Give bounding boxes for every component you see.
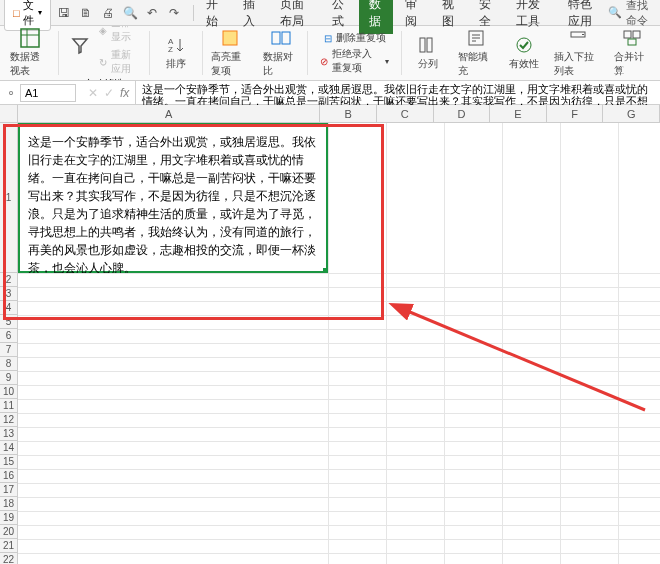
reapply-button[interactable]: ↻重新应用 <box>95 47 138 77</box>
reject-dup-button[interactable]: ⊘拒绝录入重复项▾ <box>316 46 394 76</box>
row-header[interactable]: 4 <box>0 301 18 315</box>
print-icon[interactable]: 🖨 <box>101 6 115 20</box>
grid[interactable]: 这是一个安静季节，适合外出观赏，或独居遐思。我依旧行走在文字的江湖里，用文字堆积… <box>18 123 660 564</box>
tab-developer[interactable]: 开发工具 <box>506 0 556 34</box>
row-header[interactable]: 22 <box>0 553 18 564</box>
formula-bar: ⚬ ✕ ✓ fx 这是一个安静季节，适合外出观赏，或独居遐思。我依旧行走在文字的… <box>0 81 660 105</box>
column-header[interactable]: B <box>320 105 377 123</box>
funnel-icon <box>71 36 89 56</box>
row-header[interactable]: 8 <box>0 357 18 371</box>
search-commands[interactable]: 🔍 查找命令 <box>608 0 656 28</box>
name-box[interactable] <box>20 84 76 102</box>
column-header[interactable]: G <box>603 105 660 123</box>
separator <box>401 31 402 75</box>
row-header[interactable]: 19 <box>0 511 18 525</box>
column-header[interactable]: C <box>377 105 434 123</box>
dropdown-icon: ▾ <box>38 8 42 17</box>
svg-rect-6 <box>272 32 280 44</box>
search-icon: 🔍 <box>608 6 622 19</box>
row-header[interactable]: 7 <box>0 343 18 357</box>
row-header[interactable]: 16 <box>0 469 18 483</box>
file-menu-button[interactable]: □ 文件 ▾ <box>4 0 51 31</box>
sort-label: 排序 <box>166 57 186 71</box>
column-header[interactable]: E <box>490 105 547 123</box>
row-header[interactable]: 3 <box>0 287 18 301</box>
column-headers: ABCDEFG <box>18 105 660 123</box>
svg-text:Z: Z <box>168 45 173 54</box>
quick-access-toolbar: 🖫 🗎 🖨 🔍 ↶ ↷ <box>57 6 181 20</box>
row-header[interactable]: 20 <box>0 525 18 539</box>
svg-rect-0 <box>21 29 39 47</box>
row-header[interactable]: 15 <box>0 455 18 469</box>
validity-label: 有效性 <box>509 57 539 71</box>
text-to-cols-icon <box>418 35 438 55</box>
row-header[interactable]: 14 <box>0 441 18 455</box>
svg-rect-14 <box>633 31 640 38</box>
reapply-icon: ↻ <box>99 57 107 68</box>
row-header[interactable]: 13 <box>0 427 18 441</box>
validity-button[interactable]: 有效性 <box>502 35 546 71</box>
show-all-icon: ◈ <box>99 26 107 36</box>
cell-a1-text: 这是一个安静季节，适合外出观赏，或独居遐思。我依旧行走在文字的江湖里，用文字堆积… <box>28 135 316 275</box>
column-header[interactable]: F <box>547 105 604 123</box>
sort-button[interactable]: AZ 排序 <box>154 35 198 71</box>
smart-fill-icon <box>466 28 486 48</box>
row-header[interactable]: 2 <box>0 273 18 287</box>
row-header[interactable]: 21 <box>0 539 18 553</box>
search-label: 查找命令 <box>626 0 656 28</box>
undo-icon[interactable]: ↶ <box>145 6 159 20</box>
row-headers: 1234567891011121314151617181920212223242… <box>0 123 18 564</box>
column-header[interactable]: A <box>18 105 320 123</box>
svg-rect-7 <box>282 32 290 44</box>
save-as-icon[interactable]: 🗎 <box>79 6 93 20</box>
namebox-icon: ⚬ <box>6 86 16 100</box>
delete-dup-button[interactable]: ⊟删除重复项 <box>320 30 390 46</box>
filter-button[interactable]: ◈全部显示 ↻重新应用 <box>67 26 142 77</box>
confirm-icon[interactable]: ✓ <box>104 86 114 100</box>
highlight-dup-button[interactable]: 高亮重复项 <box>207 28 255 78</box>
pivot-table-button[interactable]: 数据透视表 <box>6 28 54 78</box>
data-compare-button[interactable]: 数据对比 <box>259 28 303 78</box>
dropdown-list-icon <box>568 28 588 48</box>
text-to-columns-button[interactable]: 分列 <box>406 35 450 71</box>
show-all-button[interactable]: ◈全部显示 <box>95 26 138 45</box>
wps-logo-icon: □ <box>13 7 20 19</box>
ribbon: 数据透视表 ◈全部显示 ↻重新应用 自动筛选 AZ 排序 高亮重复项 数据对比 … <box>0 26 660 81</box>
save-icon[interactable]: 🖫 <box>57 6 71 20</box>
smart-fill-button[interactable]: 智能填充 <box>454 28 498 78</box>
row-header[interactable]: 1 <box>0 123 18 273</box>
formula-content[interactable]: 这是一个安静季节，适合外出观赏，或独居遐思。我依旧行走在文字的江湖里，用文字堆积… <box>135 81 660 105</box>
consolidate-label: 合并计算 <box>614 50 650 78</box>
highlight-dup-icon <box>221 28 241 48</box>
column-header[interactable]: D <box>434 105 491 123</box>
pivot-table-icon <box>20 28 40 48</box>
row-header[interactable]: 17 <box>0 483 18 497</box>
pivot-label: 数据透视表 <box>10 50 50 78</box>
row-header[interactable]: 9 <box>0 371 18 385</box>
dup-group: ⊟删除重复项 ⊘拒绝录入重复项▾ <box>312 26 398 80</box>
insert-dropdown-button[interactable]: 插入下拉列表 <box>550 28 606 78</box>
menubar: □ 文件 ▾ 🖫 🗎 🖨 🔍 ↶ ↷ 开始 插入 页面布局 公式 数据 审阅 视… <box>0 0 660 26</box>
separator <box>202 31 203 75</box>
row-header[interactable]: 6 <box>0 329 18 343</box>
consolidate-button[interactable]: 合并计算 <box>610 28 654 78</box>
row-header[interactable]: 18 <box>0 497 18 511</box>
redo-icon[interactable]: ↷ <box>167 6 181 20</box>
cell-a1[interactable]: 这是一个安静季节，适合外出观赏，或独居遐思。我依旧行走在文字的江湖里，用文字堆积… <box>18 123 328 273</box>
select-all-corner[interactable] <box>0 105 18 123</box>
text-to-cols-label: 分列 <box>418 57 438 71</box>
row-header[interactable]: 5 <box>0 315 18 329</box>
tab-review[interactable]: 审阅 <box>395 0 430 34</box>
row-header[interactable]: 10 <box>0 385 18 399</box>
reject-dup-icon: ⊘ <box>320 56 328 67</box>
row-header[interactable]: 11 <box>0 399 18 413</box>
print-preview-icon[interactable]: 🔍 <box>123 6 137 20</box>
svg-rect-9 <box>427 38 432 52</box>
smart-fill-label: 智能填充 <box>458 50 494 78</box>
insert-dropdown-label: 插入下拉列表 <box>554 50 602 78</box>
fx-icon[interactable]: fx <box>120 86 129 100</box>
data-compare-icon <box>271 28 291 48</box>
row-header[interactable]: 12 <box>0 413 18 427</box>
cancel-icon[interactable]: ✕ <box>88 86 98 100</box>
svg-point-11 <box>517 38 531 52</box>
